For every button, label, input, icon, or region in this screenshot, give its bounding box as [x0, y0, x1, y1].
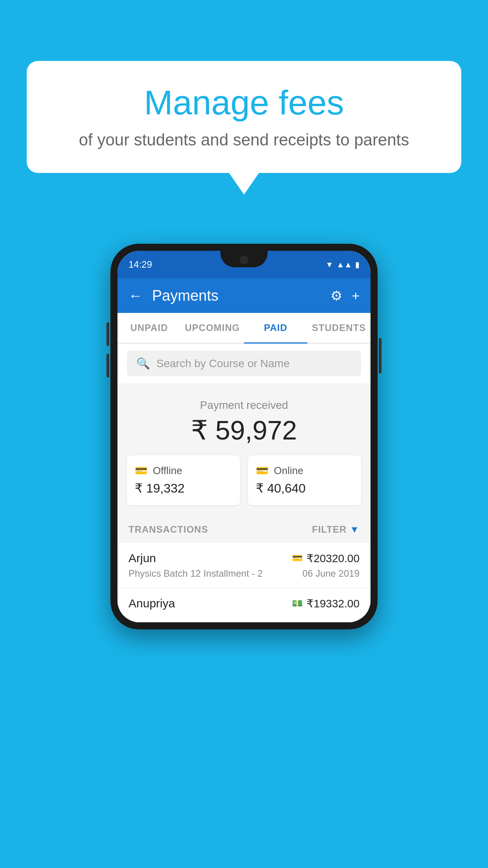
content-area: Payment received ₹ 59,972 💳 Offline ₹ 19… — [117, 383, 371, 622]
transaction-amount-container: 💵 ₹19332.00 — [292, 597, 360, 610]
offline-payment-icon: 💵 — [292, 598, 303, 609]
filter-icon: ▼ — [350, 524, 360, 535]
manage-fees-subtitle: of your students and send receipts to pa… — [50, 131, 438, 149]
payment-received-label: Payment received — [127, 399, 361, 412]
offline-label: Offline — [153, 465, 182, 477]
signal-icon: ▲▲ — [336, 260, 352, 269]
search-box[interactable]: 🔍 Search by Course or Name — [127, 351, 361, 376]
phone-screen: 14:29 ▼ ▲▲ ▮ ← Payments ⚙ + — [117, 251, 371, 622]
wifi-icon: ▼ — [326, 260, 334, 269]
status-icons: ▼ ▲▲ ▮ — [326, 260, 360, 269]
battery-icon: ▮ — [355, 260, 360, 269]
power-button — [379, 338, 382, 373]
page-title: Payments — [152, 287, 321, 304]
speech-bubble-arrow — [229, 173, 259, 195]
transaction-date: 06 June 2019 — [303, 568, 360, 579]
app-bar: ← Payments ⚙ + — [117, 278, 371, 313]
tab-upcoming[interactable]: UPCOMING — [181, 313, 244, 343]
speech-bubble-container: Manage fees of your students and send re… — [27, 61, 461, 195]
offline-card: 💳 Offline ₹ 19,332 — [127, 455, 240, 505]
filter-label: FILTER — [312, 524, 347, 535]
offline-icon: 💳 — [135, 465, 147, 477]
transactions-label: TRANSACTIONS — [128, 524, 208, 535]
phone-frame: 14:29 ▼ ▲▲ ▮ ← Payments ⚙ + — [110, 244, 378, 629]
tabs-bar: UNPAID UPCOMING PAID STUDENTS — [117, 313, 371, 344]
online-icon: 💳 — [256, 465, 268, 477]
search-placeholder: Search by Course or Name — [156, 357, 290, 370]
payment-summary: Payment received ₹ 59,972 — [117, 383, 371, 455]
manage-fees-title: Manage fees — [50, 83, 438, 123]
transaction-amount: ₹20320.00 — [306, 552, 360, 565]
payment-cards: 💳 Offline ₹ 19,332 💳 Online ₹ 40,640 — [117, 455, 371, 516]
payment-total-amount: ₹ 59,972 — [127, 415, 361, 446]
status-bar: 14:29 ▼ ▲▲ ▮ — [117, 251, 371, 278]
transactions-header: TRANSACTIONS FILTER ▼ — [117, 516, 371, 543]
online-amount: ₹ 40,640 — [256, 481, 353, 496]
online-payment-icon: 💳 — [292, 553, 303, 563]
transaction-name: Arjun — [128, 552, 156, 565]
volume-up-button — [106, 322, 109, 346]
transaction-row[interactable]: Arjun 💳 ₹20320.00 Physics Batch 12 Insta… — [117, 543, 371, 588]
online-card: 💳 Online ₹ 40,640 — [248, 455, 361, 505]
transaction-name: Anupriya — [128, 597, 175, 610]
front-camera — [240, 256, 248, 264]
tab-students[interactable]: STUDENTS — [307, 313, 371, 343]
filter-button[interactable]: FILTER ▼ — [312, 524, 360, 535]
search-icon: 🔍 — [136, 357, 150, 370]
transaction-amount: ₹19332.00 — [306, 597, 360, 610]
transaction-course: Physics Batch 12 Installment - 2 — [128, 568, 262, 579]
tab-paid[interactable]: PAID — [244, 313, 307, 343]
tab-unpaid[interactable]: UNPAID — [117, 313, 181, 343]
settings-icon[interactable]: ⚙ — [330, 288, 342, 303]
offline-amount: ₹ 19,332 — [135, 481, 232, 496]
back-button[interactable]: ← — [128, 287, 143, 304]
add-icon[interactable]: + — [352, 288, 360, 303]
transaction-amount-container: 💳 ₹20320.00 — [292, 552, 360, 565]
volume-down-button — [106, 354, 109, 377]
transaction-row[interactable]: Anupriya 💵 ₹19332.00 — [117, 588, 371, 622]
app-bar-actions: ⚙ + — [330, 288, 360, 303]
phone-container: 14:29 ▼ ▲▲ ▮ ← Payments ⚙ + — [110, 244, 378, 629]
speech-bubble: Manage fees of your students and send re… — [27, 61, 461, 173]
online-label: Online — [274, 465, 303, 477]
status-time: 14:29 — [128, 259, 152, 270]
notch — [220, 251, 268, 267]
search-container: 🔍 Search by Course or Name — [117, 344, 371, 383]
